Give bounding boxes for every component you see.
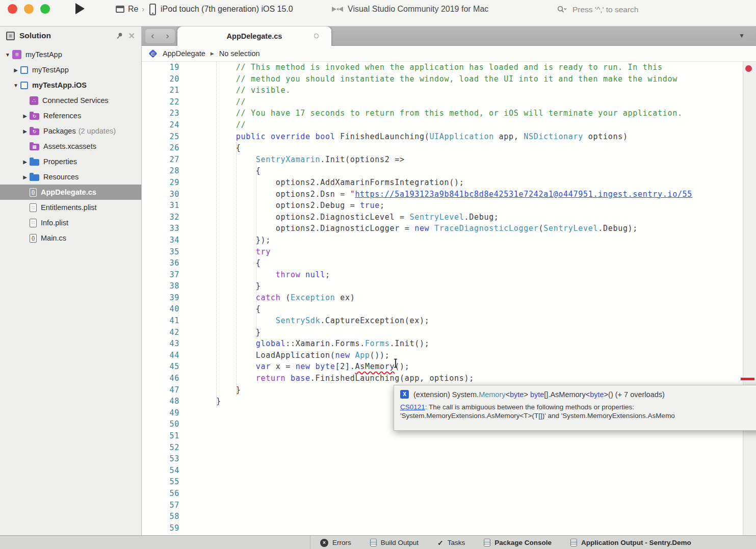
line-number[interactable]: 49 [142,407,179,419]
line-number[interactable]: 48 [142,396,179,407]
code-line-20[interactable]: 20 // method you should instantiate the … [142,73,743,85]
code-line-34[interactable]: 34 }); [142,234,743,246]
breadcrumb-class[interactable]: AppDelegate [163,49,205,58]
line-number[interactable]: 19 [142,62,179,73]
code-line-26[interactable]: 26 { [142,142,743,154]
line-number[interactable]: 20 [142,73,179,85]
navigate-forward-button[interactable]: › [160,29,175,43]
line-number[interactable]: 25 [142,131,179,143]
line-number[interactable]: 24 [142,119,179,131]
line-number[interactable]: 22 [142,96,179,108]
code-line-36[interactable]: 36 { [142,257,743,269]
line-number[interactable]: 43 [142,338,179,350]
device-selector[interactable]: iPod touch (7th generation) iOS 15.0 [149,3,293,16]
statusbar-errors[interactable]: Errors [320,539,351,547]
code-line-53[interactable]: 53 [142,453,743,465]
line-number[interactable]: 45 [142,361,179,373]
tab-appdelegate[interactable]: AppDelegate.cs [177,27,331,46]
disclosure-down-icon[interactable]: ▼ [11,83,20,88]
code-line-42[interactable]: 42 } [142,327,743,338]
sidebar-item-references[interactable]: ▶References [0,108,141,123]
code-line-37[interactable]: 37 throw null; [142,269,743,281]
line-number[interactable]: 32 [142,212,179,223]
line-number[interactable]: 40 [142,303,179,315]
code-line-30[interactable]: 30 options2.Dsn = "https://5a193123a9b84… [142,189,743,200]
code-line-31[interactable]: 31 options2.Debug = true; [142,200,743,212]
line-number[interactable]: 59 [142,522,179,534]
code-line-23[interactable]: 23 // You have 17 seconds to return from… [142,108,743,119]
run-button[interactable] [75,3,85,14]
search-input[interactable]: Press '^,' to search [557,3,749,17]
code-line-38[interactable]: 38 } [142,280,743,292]
line-number[interactable]: 35 [142,246,179,258]
code-line-32[interactable]: 32 options2.DiagnosticLevel = SentryLeve… [142,212,743,223]
pin-pad-icon[interactable] [116,32,123,40]
line-number[interactable]: 36 [142,257,179,269]
code-line-58[interactable]: 58 [142,511,743,522]
line-number[interactable]: 46 [142,373,179,384]
disclosure-down-icon[interactable]: ▼ [3,52,12,58]
line-number[interactable]: 56 [142,488,179,500]
statusbar-application-output-sentry-demo[interactable]: Application Output - Sentry.Demo [570,539,691,546]
code-line-44[interactable]: 44 LoadApplication(new App()); [142,350,743,361]
sidebar-item-mytestapp[interactable]: ▶myTestApp [0,62,141,77]
tab-list-dropdown-icon[interactable]: ▼ [739,32,745,39]
code-line-51[interactable]: 51 [142,430,743,442]
sidebar-item-properties[interactable]: ▶Properties [0,154,141,169]
code-line-45[interactable]: 45 var x = new byte[2].AsMemory(); [142,361,743,373]
code-line-43[interactable]: 43 global::Xamarin.Forms.Forms.Init(); [142,338,743,350]
code-line-59[interactable]: 59 [142,522,743,534]
sidebar-item-connected-services[interactable]: Connected Services [0,93,141,108]
close-window-button[interactable] [8,4,17,14]
disclosure-right-icon[interactable]: ▶ [20,113,30,119]
code-line-46[interactable]: 46 return base.FinishedLaunching(app, op… [142,373,743,384]
statusbar-package-console[interactable]: Package Console [484,539,552,546]
line-number[interactable]: 44 [142,350,179,361]
disclosure-right-icon[interactable]: ▶ [20,159,30,165]
line-number[interactable]: 57 [142,500,179,511]
statusbar-build-output[interactable]: Build Output [370,539,419,546]
code-line-35[interactable]: 35 try [142,246,743,258]
scrollbar-annotation-column[interactable] [743,62,756,535]
line-number[interactable]: 58 [142,511,179,522]
line-number[interactable]: 23 [142,108,179,119]
sidebar-item-mytestapp-ios[interactable]: ▼myTestApp.iOS [0,77,141,93]
line-number[interactable]: 21 [142,85,179,96]
line-number[interactable]: 34 [142,234,179,246]
sidebar-item-assets-xcassets[interactable]: Assets.xcassets [0,139,141,154]
disclosure-right-icon[interactable]: ▶ [11,67,20,73]
navigate-back-button[interactable]: ‹ [145,29,160,43]
code-line-25[interactable]: 25 public override bool FinishedLaunchin… [142,131,743,143]
line-number[interactable]: 52 [142,442,179,454]
code-line-57[interactable]: 57 [142,500,743,511]
line-number[interactable]: 31 [142,200,179,212]
sidebar-item-resources[interactable]: ▶Resources [0,169,141,185]
line-number[interactable]: 42 [142,327,179,338]
code-line-29[interactable]: 29 options2.AddXamarinFormsIntegration()… [142,177,743,189]
line-number[interactable]: 55 [142,476,179,488]
code-editor[interactable]: 19 // This method is invoked when the ap… [142,62,743,535]
line-number[interactable]: 33 [142,223,179,234]
line-number[interactable]: 26 [142,142,179,154]
code-line-22[interactable]: 22 // [142,96,743,108]
statusbar-tasks[interactable]: Tasks [437,539,465,547]
breadcrumb-selection[interactable]: No selection [219,49,260,58]
disclosure-right-icon[interactable]: ▶ [20,128,30,134]
build-configuration-selector[interactable]: Re › [116,3,144,16]
sidebar-item-packages[interactable]: ▶Packages(2 updates) [0,123,141,139]
code-line-56[interactable]: 56 [142,488,743,500]
disclosure-right-icon[interactable]: ▶ [20,174,30,180]
line-number[interactable]: 38 [142,280,179,292]
code-line-28[interactable]: 28 { [142,165,743,177]
sidebar-item-info-plist[interactable]: Info.plist [0,215,141,230]
line-number[interactable]: 41 [142,315,179,327]
line-number[interactable]: 29 [142,177,179,189]
code-line-55[interactable]: 55 [142,476,743,488]
line-number[interactable]: 47 [142,384,179,396]
code-line-39[interactable]: 39 catch (Exception ex) [142,292,743,304]
code-line-52[interactable]: 52 [142,442,743,454]
sidebar-item-mytestapp[interactable]: ▼myTestApp [0,47,141,62]
error-code-link[interactable]: CS0121 [400,403,425,411]
close-pad-icon[interactable]: ✕ [128,31,135,41]
code-line-41[interactable]: 41 SentrySdk.CaptureException(ex); [142,315,743,327]
